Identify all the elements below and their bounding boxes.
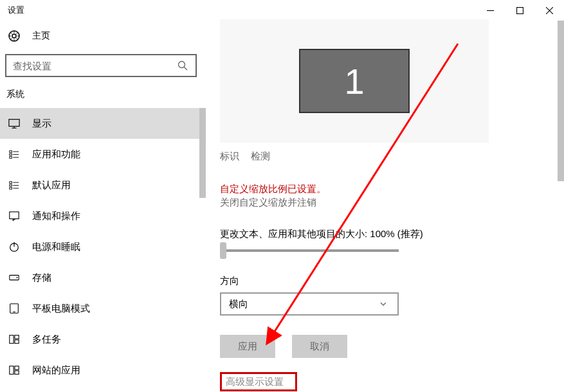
scale-slider-thumb[interactable] <box>220 242 226 259</box>
sidebar-item-label: 默认应用 <box>32 179 71 192</box>
svg-rect-27 <box>10 188 12 190</box>
web-apps-icon <box>8 364 21 377</box>
svg-line-10 <box>10 32 12 33</box>
main-scrollbar-thumb[interactable] <box>558 21 564 181</box>
sidebar-category-label: 系统 <box>0 85 206 108</box>
storage-icon <box>8 271 21 284</box>
svg-rect-41 <box>10 366 14 375</box>
sidebar-item-notifications[interactable]: 通知和操作 <box>0 200 199 231</box>
svg-point-35 <box>17 277 18 278</box>
sidebar-item-display[interactable]: 显示 <box>0 108 199 139</box>
main-scrollbar[interactable] <box>558 21 564 392</box>
svg-rect-26 <box>10 184 12 186</box>
sidebar-item-multitask[interactable]: 多任务 <box>0 324 199 355</box>
sidebar-item-storage[interactable]: 存储 <box>0 262 199 293</box>
advanced-display-highlight: 高级显示设置 <box>220 372 297 391</box>
svg-line-13 <box>10 39 12 40</box>
svg-rect-20 <box>10 154 12 156</box>
svg-rect-1 <box>516 7 523 13</box>
orientation-label: 方向 <box>220 275 552 287</box>
window-title: 设置 <box>8 4 24 16</box>
search-input[interactable] <box>13 60 176 71</box>
display-icon <box>8 117 21 130</box>
sidebar-item-label: 存储 <box>32 272 51 284</box>
svg-rect-39 <box>15 335 19 339</box>
svg-rect-42 <box>15 366 19 370</box>
svg-rect-40 <box>15 340 19 343</box>
disable-scale-link[interactable]: 关闭自定义缩放并注销 <box>220 197 552 209</box>
advanced-display-link[interactable]: 高级显示设置 <box>226 376 284 388</box>
multitask-icon <box>8 333 21 346</box>
home-icon <box>8 30 21 42</box>
scale-label: 更改文本、应用和其他项目的大小: 100% (推荐) <box>220 228 552 240</box>
sidebar-home[interactable]: 主页 <box>0 21 206 51</box>
sidebar-item-label: 平板电脑模式 <box>32 303 90 315</box>
svg-rect-21 <box>10 157 12 159</box>
sidebar-item-label: 应用和功能 <box>32 148 80 161</box>
search-icon <box>176 59 189 72</box>
svg-line-12 <box>17 32 18 33</box>
sidebar-item-label: 网站的应用 <box>32 364 80 377</box>
svg-rect-19 <box>10 151 12 153</box>
search-box[interactable] <box>5 54 197 77</box>
svg-rect-25 <box>10 182 12 184</box>
apply-button[interactable]: 应用 <box>220 335 275 358</box>
power-icon <box>8 240 21 253</box>
tablet-icon <box>8 302 21 315</box>
display-preview-area: 1 <box>220 19 489 143</box>
svg-rect-43 <box>15 371 19 374</box>
sidebar-scrollbar-thumb[interactable] <box>199 108 206 198</box>
orientation-dropdown[interactable]: 横向 <box>220 292 399 316</box>
minimize-button[interactable] <box>475 0 505 21</box>
monitor-number: 1 <box>344 60 364 102</box>
main-content: 1 标识 检测 自定义缩放比例已设置。 关闭自定义缩放并注销 更改文本、应用和其… <box>206 21 564 392</box>
sidebar: 主页 系统 显示 <box>0 21 206 392</box>
sidebar-item-label: 显示 <box>32 118 51 130</box>
sidebar-item-web-apps[interactable]: 网站的应用 <box>0 355 199 386</box>
default-apps-icon <box>8 179 21 192</box>
window-controls <box>475 0 564 21</box>
sidebar-item-default-apps[interactable]: 默认应用 <box>0 170 199 200</box>
svg-rect-38 <box>10 335 14 344</box>
svg-rect-16 <box>9 120 19 127</box>
detect-link[interactable]: 检测 <box>251 150 270 163</box>
sidebar-item-tablet[interactable]: 平板电脑模式 <box>0 293 199 324</box>
sidebar-item-label: 多任务 <box>32 334 61 346</box>
chevron-down-icon <box>377 298 390 310</box>
svg-point-14 <box>179 62 185 68</box>
svg-point-5 <box>12 34 16 38</box>
sidebar-item-label: 电源和睡眠 <box>32 241 80 253</box>
sidebar-scrollbar[interactable] <box>199 108 206 392</box>
sidebar-item-apps[interactable]: 应用和功能 <box>0 139 199 170</box>
titlebar: 设置 <box>0 0 564 21</box>
sidebar-home-label: 主页 <box>32 30 50 42</box>
close-button[interactable] <box>534 0 564 21</box>
sidebar-nav: 显示 应用和功能 默认应用 <box>0 108 199 386</box>
apps-icon <box>8 148 21 161</box>
orientation-value: 横向 <box>229 298 248 310</box>
notifications-icon <box>8 209 21 222</box>
cancel-button[interactable]: 取消 <box>292 335 347 358</box>
monitor-1[interactable]: 1 <box>299 49 410 113</box>
sidebar-item-power[interactable]: 电源和睡眠 <box>0 231 199 262</box>
svg-line-11 <box>17 39 18 40</box>
sidebar-item-label: 通知和操作 <box>32 210 80 222</box>
svg-line-15 <box>184 67 187 70</box>
scale-warning-text: 自定义缩放比例已设置。 <box>220 183 552 195</box>
identify-link[interactable]: 标识 <box>220 150 239 163</box>
maximize-button[interactable] <box>505 0 534 21</box>
scale-slider[interactable] <box>220 249 399 252</box>
svg-rect-31 <box>10 212 19 219</box>
